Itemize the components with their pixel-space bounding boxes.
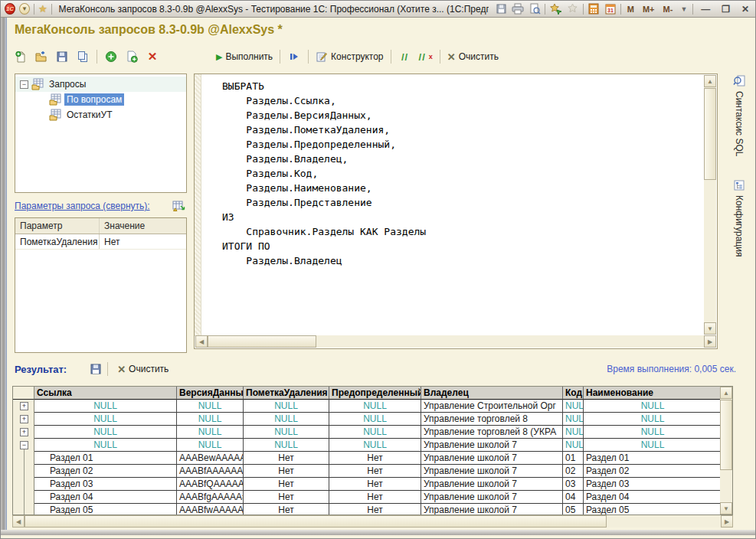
calendar-icon[interactable]: 31: [604, 2, 617, 15]
system-menu-button[interactable]: ▼: [19, 3, 30, 15]
result-cell[interactable]: NULL: [244, 426, 329, 439]
result-cell[interactable]: Раздел 02: [584, 465, 720, 478]
constructor-button[interactable]: Конструктор: [313, 47, 385, 66]
result-cell[interactable]: Раздел 01: [34, 452, 177, 465]
result-cell[interactable]: NULL: [584, 439, 720, 452]
memory-subtract-button[interactable]: M-: [661, 5, 676, 14]
collapse-row-icon[interactable]: −: [20, 441, 28, 449]
result-cell[interactable]: Раздел 04: [34, 491, 177, 504]
result-cell[interactable]: NULL: [563, 439, 584, 452]
result-cell[interactable]: NULL: [329, 439, 421, 452]
result-row[interactable]: Раздел 04AAABfgAAAAA=НетНетУправление шк…: [13, 491, 720, 504]
scroll-right-icon[interactable]: ▶: [721, 515, 733, 528]
result-cell[interactable]: NULL: [34, 426, 177, 439]
duplicate-query-button[interactable]: [123, 47, 141, 66]
result-cell[interactable]: 05: [563, 504, 584, 514]
result-cell[interactable]: NULL: [563, 400, 584, 413]
result-row[interactable]: +NULLNULLNULLNULLУправление торговлей 8 …: [13, 426, 720, 439]
scroll-right-icon[interactable]: ▶: [704, 335, 716, 348]
save-query-button[interactable]: [53, 47, 71, 66]
1c-logo-icon[interactable]: 1С: [5, 3, 15, 15]
sql-text[interactable]: ВЫБРАТЬ Разделы.Ссылка, Разделы.ВерсияДа…: [202, 79, 703, 335]
result-cell[interactable]: AAABfwAAAAA=: [177, 504, 244, 514]
scrollbar-thumb[interactable]: [720, 400, 732, 470]
result-row[interactable]: +NULLNULLNULLNULLУправление Строительной…: [13, 400, 720, 413]
result-cell[interactable]: NULL: [34, 400, 177, 413]
result-cell[interactable]: NULL: [329, 400, 421, 413]
step-execute-button[interactable]: [285, 47, 303, 66]
result-row[interactable]: Раздел 03AAABfQAAAAA=НетНетУправление шк…: [13, 478, 720, 491]
result-horizontal-scrollbar[interactable]: ◀ ▶: [12, 515, 733, 528]
fill-parameters-icon[interactable]: [172, 200, 187, 213]
result-cell[interactable]: Нет: [244, 491, 329, 504]
result-cell[interactable]: Управление Строительной Орг: [421, 400, 563, 413]
save-result-button[interactable]: [87, 360, 105, 378]
result-cell[interactable]: Управление школой 7: [421, 478, 563, 491]
result-cell[interactable]: Нет: [329, 478, 421, 491]
tree-node-queries[interactable]: − Запросы: [15, 77, 186, 92]
maximize-button[interactable]: ❐: [718, 4, 734, 15]
result-row[interactable]: Раздел 02AAABfAAAAAA=НетНетУправление шк…: [13, 465, 720, 478]
new-query-button[interactable]: [11, 47, 30, 66]
result-cell[interactable]: NULL: [244, 439, 329, 452]
scrollbar-thumb[interactable]: [208, 335, 316, 348]
column-header-7[interactable]: Наименование: [584, 387, 720, 400]
toolbar-overflow-icon[interactable]: ▼: [679, 5, 689, 13]
result-cell[interactable]: 02: [563, 465, 584, 478]
tab-configuration[interactable]: Конфигурация: [725, 179, 753, 257]
result-cell[interactable]: NULL: [584, 413, 720, 426]
result-cell[interactable]: Нет: [244, 504, 329, 514]
clear-text-button[interactable]: ✕ Очистить: [445, 47, 501, 66]
favorites-star-icon[interactable]: ★: [38, 3, 47, 15]
result-cell[interactable]: Управление школой 7: [421, 504, 563, 514]
param-value-header[interactable]: Значение: [100, 218, 186, 234]
scrollbar-track[interactable]: [25, 515, 721, 528]
result-cell[interactable]: NULL: [329, 426, 421, 439]
result-cell[interactable]: 01: [563, 452, 584, 465]
sql-horizontal-scrollbar[interactable]: ◀ ▶: [195, 335, 716, 348]
uncomment-button[interactable]: //x: [417, 47, 435, 66]
expand-row-icon[interactable]: +: [20, 428, 28, 436]
result-cell[interactable]: Нет: [244, 452, 329, 465]
result-cell[interactable]: AAABewAAAAA=: [177, 452, 244, 465]
tree-node-label[interactable]: По вопросам: [64, 93, 124, 106]
result-cell[interactable]: AAABfAAAAAA=: [177, 465, 244, 478]
column-header-2[interactable]: ВерсияДанных: [177, 387, 244, 400]
result-cell[interactable]: NULL: [34, 413, 177, 426]
result-cell[interactable]: 03: [563, 478, 584, 491]
result-cell[interactable]: Нет: [329, 465, 421, 478]
result-cell[interactable]: NULL: [584, 400, 720, 413]
result-cell[interactable]: Нет: [329, 452, 421, 465]
result-cell[interactable]: Нет: [329, 491, 421, 504]
result-cell[interactable]: NULL: [329, 413, 421, 426]
print-icon[interactable]: [512, 2, 525, 15]
calculator-icon[interactable]: [587, 2, 601, 15]
result-cell[interactable]: NULL: [177, 413, 244, 426]
memory-recall-button[interactable]: M: [625, 5, 637, 14]
tree-node-query-2[interactable]: ОстаткиУТ: [15, 107, 186, 122]
scrollbar-thumb[interactable]: [25, 515, 607, 528]
scrollbar-track[interactable]: [208, 335, 704, 348]
tab-label[interactable]: Конфигурация: [734, 195, 745, 257]
result-cell[interactable]: NULL: [177, 426, 244, 439]
result-cell[interactable]: Управление торговлей 8 (УКРА: [421, 426, 563, 439]
result-cell[interactable]: Раздел 03: [584, 478, 720, 491]
close-button[interactable]: ✕: [738, 4, 753, 15]
scroll-up-icon[interactable]: ▲: [720, 387, 732, 399]
scroll-down-icon[interactable]: ▼: [704, 322, 716, 335]
result-cell[interactable]: Нет: [244, 478, 329, 491]
open-query-button[interactable]: [32, 47, 51, 66]
favorite-icon[interactable]: [566, 2, 579, 15]
result-cell[interactable]: Раздел 04: [584, 491, 720, 504]
scroll-left-icon[interactable]: ◀: [195, 335, 208, 348]
result-cell[interactable]: AAABfQAAAAA=: [177, 478, 244, 491]
result-row[interactable]: −NULLNULLNULLNULLУправление школой 7NULL…: [13, 439, 720, 452]
add-query-button[interactable]: [102, 47, 120, 66]
column-header-5[interactable]: Владелец: [421, 387, 563, 400]
memory-add-button[interactable]: M+: [640, 5, 657, 14]
result-row[interactable]: +NULLNULLNULLNULLУправление торговлей 8N…: [13, 413, 720, 426]
scroll-left-icon[interactable]: ◀: [12, 515, 25, 528]
result-cell[interactable]: AAABfgAAAAA=: [177, 491, 244, 504]
result-cell[interactable]: Раздел 05: [584, 504, 720, 514]
tree-node-query-1[interactable]: По вопросам: [15, 92, 186, 107]
